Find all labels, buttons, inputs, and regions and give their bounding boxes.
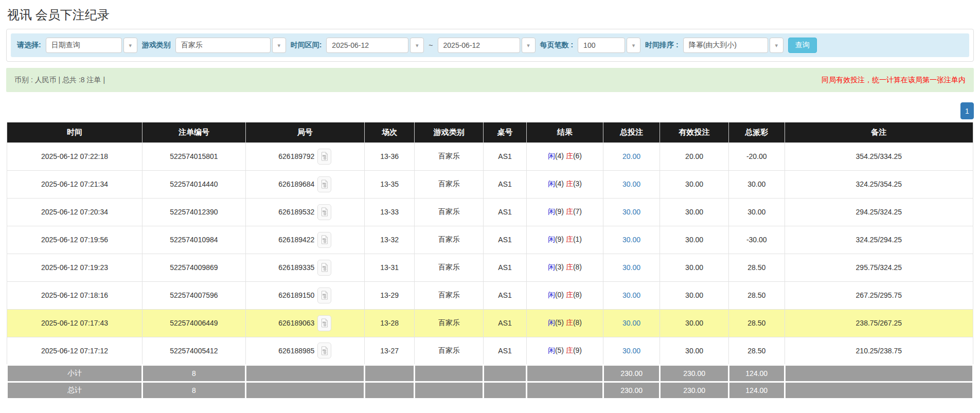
total-label: 总计: [7, 382, 142, 399]
subtotal-row: 小计 8 230.00 230.00 124.00: [7, 365, 973, 382]
total-bet-link[interactable]: 20.00: [622, 152, 640, 160]
date-from-value: 2025-06-12: [326, 38, 408, 53]
video-replay-button[interactable]: [317, 343, 331, 358]
cell-round-no: 626189422: [245, 226, 364, 254]
cell-round-no: 626189532: [245, 198, 364, 226]
cell-remark: 238.75/267.25: [785, 309, 973, 337]
video-replay-button[interactable]: [317, 315, 331, 331]
chevron-down-icon: ▾: [272, 38, 286, 53]
query-type-select[interactable]: 日期查询 ▾: [46, 38, 137, 53]
cell-game-type: 百家乐: [415, 254, 483, 281]
cell-round-no: 626189684: [245, 170, 364, 198]
banker-result: 庄: [566, 152, 573, 160]
pagination-page-1[interactable]: 1: [960, 102, 974, 119]
total-bet-link[interactable]: 30.00: [622, 236, 640, 244]
page-title: 视讯 会员下注纪录: [7, 7, 980, 23]
col-payout: 总派彩: [728, 122, 785, 142]
col-game-type: 游戏类别: [415, 122, 483, 142]
cell-result: 闲(0) 庄(8): [527, 281, 603, 309]
cell-result: 闲(5) 庄(8): [527, 309, 603, 337]
page-size-label: 每页笔数 :: [540, 41, 574, 50]
video-file-icon: [320, 263, 329, 272]
video-replay-button[interactable]: [317, 176, 331, 192]
player-result: 闲: [548, 179, 555, 188]
col-time: 时间: [7, 122, 142, 142]
table-body: 2025-06-12 07:22:18522574015801626189792…: [7, 142, 973, 365]
table-header: 时间 注单编号 局号 场次 游戏类别 桌号 结果 总投注 有效投注 总派彩 备注: [7, 122, 973, 142]
cell-payout: -20.00: [728, 142, 785, 170]
cell-session: 13-32: [364, 226, 415, 254]
total-bet-link[interactable]: 30.00: [622, 208, 640, 216]
filter-panel: 请选择: 日期查询 ▾ 游戏类别 百家乐 ▾ 时间区间: 2025-06-12 …: [6, 29, 974, 62]
cell-result: 闲(9) 庄(1): [527, 226, 603, 254]
total-count: 8: [142, 382, 245, 399]
cell-valid-bet: 30.00: [660, 254, 728, 281]
banker-result: 庄: [566, 346, 573, 354]
cell-time: 2025-06-12 07:17:12: [7, 337, 142, 365]
video-file-icon: [320, 235, 329, 244]
player-result: 闲: [548, 291, 555, 299]
round-no-value: 626189532: [278, 208, 314, 216]
table-row: 2025-06-12 07:19:56522574010984626189422…: [7, 226, 973, 254]
video-replay-button[interactable]: [317, 260, 331, 276]
table-row: 2025-06-12 07:18:16522574007596626189150…: [7, 281, 973, 309]
table-row: 2025-06-12 07:17:12522574005412626188985…: [7, 337, 973, 365]
cell-remark: 324.25/294.25: [785, 226, 973, 254]
subtotal-total-bet: 230.00: [603, 365, 660, 382]
total-bet-link[interactable]: 30.00: [622, 263, 640, 272]
query-type-value: 日期查询: [46, 38, 122, 53]
subtotal-valid-bet: 230.00: [660, 365, 728, 382]
total-bet-link[interactable]: 30.00: [622, 347, 640, 355]
video-file-icon: [320, 179, 329, 189]
chevron-down-icon: ▾: [410, 38, 424, 53]
cell-session: 13-36: [364, 142, 415, 170]
cell-game-type: 百家乐: [415, 309, 483, 337]
video-replay-button[interactable]: [317, 149, 331, 165]
query-type-label: 请选择:: [17, 41, 41, 50]
cell-session: 13-29: [364, 281, 415, 309]
chevron-down-icon: ▾: [522, 38, 536, 53]
video-replay-button[interactable]: [317, 204, 331, 220]
round-no-value: 626189684: [278, 180, 314, 188]
cell-time: 2025-06-12 07:20:34: [7, 198, 142, 226]
date-to-value: 2025-06-12: [438, 38, 520, 53]
game-type-value: 百家乐: [175, 38, 271, 53]
cell-table-no: AS1: [483, 254, 527, 281]
time-sort-select[interactable]: 降幂(由大到小) ▾: [683, 38, 783, 53]
game-type-select[interactable]: 百家乐 ▾: [175, 38, 286, 53]
page-size-select[interactable]: 100 ▾: [578, 38, 640, 53]
video-replay-button[interactable]: [317, 232, 331, 248]
banker-result: 庄: [566, 207, 573, 216]
cell-bet-no: 522574007596: [142, 281, 245, 309]
cell-total-bet: 20.00: [603, 142, 660, 170]
cell-bet-no: 522574014440: [142, 170, 245, 198]
summary-bar: 币别 : 人民币 | 总共 :8 注单 | 同局有效投注，统一计算在该局第一张注…: [6, 68, 974, 92]
query-button[interactable]: 查询: [788, 38, 817, 53]
video-replay-button[interactable]: [317, 288, 331, 303]
filter-bar: 请选择: 日期查询 ▾ 游戏类别 百家乐 ▾ 时间区间: 2025-06-12 …: [11, 33, 969, 57]
player-result: 闲: [548, 346, 555, 354]
banker-result: 庄: [566, 235, 573, 243]
cell-session: 13-28: [364, 309, 415, 337]
bet-records-table: 时间 注单编号 局号 场次 游戏类别 桌号 结果 总投注 有效投注 总派彩 备注…: [6, 122, 974, 400]
total-bet-link[interactable]: 30.00: [622, 291, 640, 299]
player-result: 闲: [548, 207, 555, 216]
chevron-down-icon: ▾: [123, 38, 137, 53]
total-bet-link[interactable]: 30.00: [622, 180, 640, 188]
round-no-value: 626189422: [278, 236, 314, 244]
cell-table-no: AS1: [483, 309, 527, 337]
cell-bet-no: 522574010984: [142, 226, 245, 254]
cell-time: 2025-06-12 07:22:18: [7, 142, 142, 170]
col-valid-bet: 有效投注: [660, 122, 728, 142]
cell-table-no: AS1: [483, 142, 527, 170]
cell-remark: 295.75/324.25: [785, 254, 973, 281]
date-to-select[interactable]: 2025-06-12 ▾: [438, 38, 536, 53]
cell-valid-bet: 20.00: [660, 142, 728, 170]
round-no-value: 626189150: [278, 291, 314, 299]
player-result: 闲: [548, 152, 555, 160]
date-from-select[interactable]: 2025-06-12 ▾: [326, 38, 424, 53]
summary-totals-text: 币别 : 人民币 | 总共 :8 注单 |: [14, 76, 105, 85]
total-bet-link[interactable]: 30.00: [622, 319, 640, 327]
round-no-value: 626189063: [278, 319, 314, 327]
table-row: 2025-06-12 07:21:34522574014440626189684…: [7, 170, 973, 198]
